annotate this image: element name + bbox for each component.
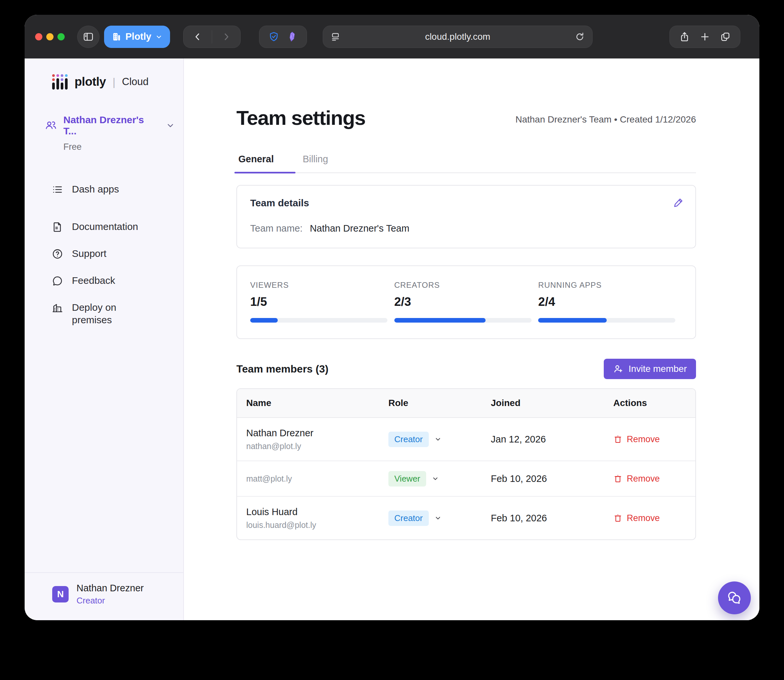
stat-viewers: VIEWERS 1/5 xyxy=(250,280,394,323)
sidebar-toggle-button[interactable] xyxy=(77,26,99,48)
stat-value: 2/3 xyxy=(394,295,539,309)
sidebar-item-dash-apps[interactable]: Dash apps xyxy=(25,176,183,203)
joined-date: Feb 10, 2026 xyxy=(491,473,613,484)
sidebar-item-label: Deploy on premises xyxy=(72,301,148,326)
document-icon xyxy=(52,221,63,233)
forward-button[interactable] xyxy=(221,32,231,42)
tab-group-icon xyxy=(112,32,121,42)
list-icon xyxy=(52,184,63,195)
team-meta: Nathan Drezner's Team • Created 1/12/202… xyxy=(515,114,696,125)
back-button[interactable] xyxy=(193,32,203,42)
remove-label: Remove xyxy=(627,474,660,484)
tab-group-pill[interactable]: Plotly xyxy=(104,26,170,48)
table-row: Nathan Drezner nathan@plot.ly Creator Ja… xyxy=(237,418,695,461)
team-icon xyxy=(44,119,57,132)
address-bar[interactable]: cloud.plotly.com xyxy=(323,26,592,48)
browser-toolbar: Plotly xyxy=(25,15,759,58)
chevron-down-icon[interactable] xyxy=(434,435,442,443)
zoom-window-button[interactable] xyxy=(57,33,65,40)
logo-divider: | xyxy=(113,76,116,88)
progress-track xyxy=(538,318,675,323)
app-sidebar: plotly | Cloud Nathan Drezner's T... xyxy=(25,58,184,620)
remove-member-button[interactable]: Remove xyxy=(613,434,686,444)
tab-general[interactable]: General xyxy=(236,154,276,172)
member-email: nathan@plot.ly xyxy=(246,442,388,451)
new-tab-icon[interactable] xyxy=(699,31,710,42)
cloud-wordmark: Cloud xyxy=(122,76,149,88)
sidebar-toggle-icon xyxy=(83,31,94,42)
invite-member-button[interactable]: Invite member xyxy=(604,359,696,379)
shield-extension-icon[interactable] xyxy=(268,31,280,42)
chevron-down-icon[interactable] xyxy=(431,475,439,483)
user-name: Nathan Drezner xyxy=(77,583,144,593)
tab-overview-icon[interactable] xyxy=(720,31,731,42)
url-text: cloud.plotly.com xyxy=(344,31,571,42)
sidebar-item-deploy-on-premises[interactable]: Deploy on premises xyxy=(25,294,183,333)
stat-running-apps: RUNNING APPS 2/4 xyxy=(538,280,682,323)
sidebar-item-feedback[interactable]: Feedback xyxy=(25,267,183,294)
share-icon[interactable] xyxy=(679,31,690,42)
sidebar-item-documentation[interactable]: Documentation xyxy=(25,213,183,240)
team-details-heading: Team details xyxy=(250,197,682,209)
close-window-button[interactable] xyxy=(35,33,42,40)
stat-label: CREATORS xyxy=(394,280,539,290)
members-table: Name Role Joined Actions Nathan Drezner … xyxy=(236,388,696,540)
member-email: louis.huard@plot.ly xyxy=(246,520,388,530)
sidebar-item-label: Feedback xyxy=(72,274,115,287)
avatar: N xyxy=(52,586,69,603)
stat-label: RUNNING APPS xyxy=(538,280,682,290)
chevron-down-icon xyxy=(155,33,162,40)
sidebar-item-support[interactable]: Support xyxy=(25,240,183,267)
user-footer[interactable]: N Nathan Drezner Creator xyxy=(25,572,183,620)
stat-value: 2/4 xyxy=(538,295,682,309)
tab-billing[interactable]: Billing xyxy=(301,154,330,172)
role-badge[interactable]: Creator xyxy=(388,432,429,447)
progress-fill xyxy=(394,318,486,323)
building-icon xyxy=(52,302,63,314)
reload-icon[interactable] xyxy=(575,31,585,42)
tab-group-label: Plotly xyxy=(126,31,151,42)
progress-fill xyxy=(538,318,607,323)
joined-date: Jan 12, 2026 xyxy=(491,434,613,445)
chevron-down-icon[interactable] xyxy=(434,514,442,522)
plotly-wordmark: plotly xyxy=(74,75,106,89)
traffic-lights xyxy=(35,33,65,40)
column-header-joined: Joined xyxy=(491,398,613,408)
invite-member-label: Invite member xyxy=(629,364,687,374)
team-plan-label: Free xyxy=(63,142,183,152)
main-content: Team settings Nathan Drezner's Team • Cr… xyxy=(184,58,759,620)
remove-label: Remove xyxy=(627,513,660,523)
chat-support-button[interactable] xyxy=(718,581,751,614)
team-details-card: Team details Team name: Nathan Drezner's… xyxy=(236,185,696,248)
chat-bubbles-icon xyxy=(726,589,743,607)
page-format-icon[interactable] xyxy=(330,31,341,42)
column-header-actions: Actions xyxy=(613,398,686,408)
remove-member-button[interactable]: Remove xyxy=(613,474,686,484)
team-members-heading: Team members (3) xyxy=(236,363,328,375)
team-name: Nathan Drezner's T... xyxy=(63,114,160,137)
table-row: Louis Huard louis.huard@plot.ly Creator … xyxy=(237,497,695,539)
team-selector[interactable]: Nathan Drezner's T... xyxy=(44,114,175,137)
sidebar-item-label: Support xyxy=(72,247,106,260)
minimize-window-button[interactable] xyxy=(46,33,53,40)
plotly-cloud-logo: plotly | Cloud xyxy=(52,74,183,90)
remove-member-button[interactable]: Remove xyxy=(613,513,686,523)
history-nav-group xyxy=(183,26,240,48)
role-badge[interactable]: Creator xyxy=(388,510,429,526)
table-header-row: Name Role Joined Actions xyxy=(237,389,695,418)
person-plus-icon xyxy=(613,364,624,374)
role-badge[interactable]: Viewer xyxy=(388,471,426,486)
page-title: Team settings xyxy=(236,108,365,128)
edit-pencil-icon[interactable] xyxy=(673,197,684,208)
settings-tabs: General Billing xyxy=(236,154,696,173)
stat-label: VIEWERS xyxy=(250,280,394,290)
sidebar-item-label: Documentation xyxy=(72,220,138,233)
trash-icon xyxy=(613,513,622,523)
extensions-group xyxy=(259,26,307,48)
crystal-extension-icon[interactable] xyxy=(287,31,298,42)
joined-date: Feb 10, 2026 xyxy=(491,513,613,524)
usage-stats-card: VIEWERS 1/5 CREATORS 2/3 RUNNING APPS 2/… xyxy=(236,265,696,339)
user-role: Creator xyxy=(77,596,144,606)
speech-bubble-icon xyxy=(52,275,63,287)
progress-track xyxy=(394,318,531,323)
